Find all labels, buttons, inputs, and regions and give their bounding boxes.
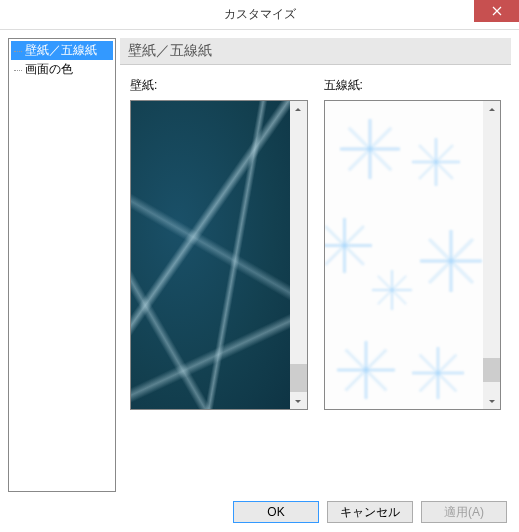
staff-texture — [325, 101, 484, 409]
wallpaper-label: 壁紙: — [130, 77, 308, 94]
staff-preview-box — [324, 100, 502, 410]
chevron-up-icon — [488, 106, 496, 114]
sparkle-icon — [325, 218, 372, 273]
scroll-thumb[interactable] — [483, 358, 500, 382]
sparkle-icon — [420, 230, 482, 292]
chevron-down-icon — [294, 397, 302, 405]
wallpaper-texture — [131, 101, 290, 409]
sparkle-icon — [337, 341, 395, 399]
nav-tree: 壁紙／五線紙 画面の色 — [8, 38, 116, 492]
scroll-down-button[interactable] — [483, 392, 500, 409]
panel-header: 壁紙／五線紙 — [120, 38, 511, 65]
content-area: 壁紙／五線紙 画面の色 壁紙／五線紙 壁紙: 五線紙: — [0, 30, 519, 492]
scroll-track[interactable] — [483, 118, 500, 392]
wallpaper-scrollbar[interactable] — [290, 101, 307, 409]
ok-button[interactable]: OK — [233, 501, 319, 523]
tree-item-wallpaper[interactable]: 壁紙／五線紙 — [11, 41, 113, 60]
scroll-thumb[interactable] — [290, 364, 307, 392]
settings-panel: 壁紙／五線紙 壁紙: 五線紙: — [120, 38, 511, 492]
tree-item-screen-color[interactable]: 画面の色 — [11, 60, 113, 79]
close-button[interactable] — [474, 0, 519, 22]
scroll-track[interactable] — [290, 118, 307, 392]
window-title: カスタマイズ — [224, 6, 296, 23]
chevron-up-icon — [294, 106, 302, 114]
staff-column: 五線紙: — [324, 77, 502, 492]
panel-body: 壁紙: 五線紙: — [120, 65, 511, 492]
scroll-up-button[interactable] — [483, 101, 500, 118]
sparkle-icon — [340, 119, 400, 179]
wallpaper-preview[interactable] — [131, 101, 290, 409]
wallpaper-preview-box — [130, 100, 308, 410]
sparkle-icon — [412, 138, 460, 186]
scroll-up-button[interactable] — [290, 101, 307, 118]
staff-label: 五線紙: — [324, 77, 502, 94]
staff-scrollbar[interactable] — [483, 101, 500, 409]
sparkle-icon — [372, 270, 412, 310]
sparkle-icon — [412, 347, 464, 399]
cancel-button[interactable]: キャンセル — [327, 501, 413, 523]
wallpaper-column: 壁紙: — [130, 77, 308, 492]
scroll-down-button[interactable] — [290, 392, 307, 409]
close-icon — [492, 6, 502, 16]
apply-button[interactable]: 適用(A) — [421, 501, 507, 523]
staff-preview[interactable] — [325, 101, 484, 409]
dialog-buttons: OK キャンセル 適用(A) — [0, 492, 519, 532]
chevron-down-icon — [488, 397, 496, 405]
titlebar: カスタマイズ — [0, 0, 519, 30]
